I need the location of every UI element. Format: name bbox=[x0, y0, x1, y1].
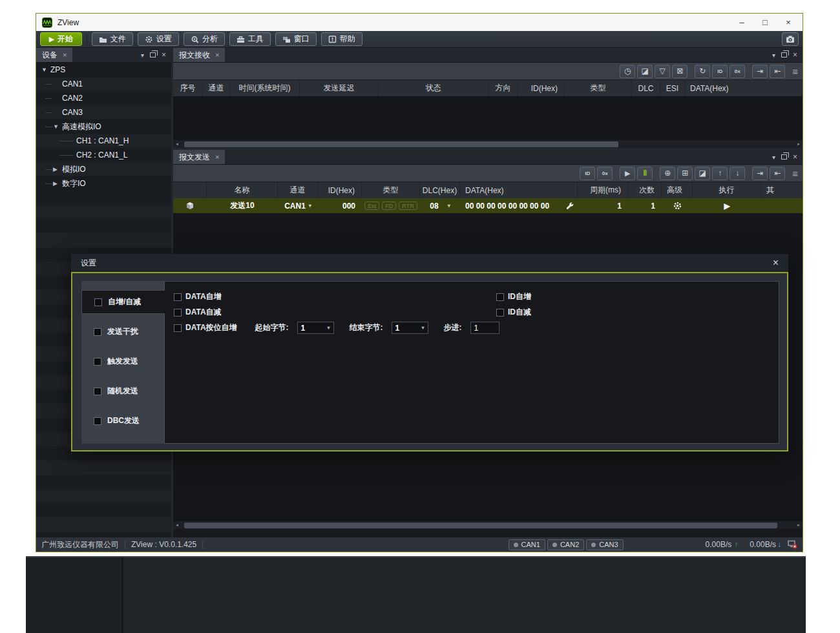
tree-item-ch1[interactable]: CH1 : CAN1_H bbox=[36, 134, 171, 148]
clear-icon[interactable]: ◪ bbox=[695, 167, 710, 180]
data-hex-icon[interactable]: 0x bbox=[730, 65, 745, 78]
advanced-cell[interactable] bbox=[662, 198, 693, 213]
can2-status-button[interactable]: CAN2 bbox=[547, 539, 584, 550]
clear-list-icon[interactable]: ◪ bbox=[637, 65, 653, 78]
col-esi[interactable]: ESI bbox=[660, 80, 685, 96]
checkbox-icon[interactable] bbox=[496, 293, 504, 301]
file-menu-button[interactable]: 文件 bbox=[92, 32, 133, 46]
col-advanced[interactable]: 高级 bbox=[662, 182, 693, 198]
data-hex-icon[interactable]: 0x bbox=[597, 167, 613, 180]
time-format-icon[interactable]: ◷ bbox=[620, 65, 635, 78]
dialog-tab-dbc-send[interactable]: DBC发送 bbox=[81, 409, 164, 433]
col-send-delay[interactable]: 发送延迟 bbox=[300, 80, 379, 96]
wrench-icon[interactable] bbox=[565, 202, 578, 210]
option-data-decrement[interactable]: DATA自减 bbox=[174, 307, 770, 318]
receive-table-body[interactable] bbox=[173, 96, 803, 140]
panel-close-icon[interactable]: × bbox=[162, 50, 166, 59]
col-other[interactable]: 其 bbox=[761, 182, 803, 198]
menu-icon[interactable]: ≡ bbox=[792, 66, 798, 77]
network-disconnected-icon[interactable] bbox=[788, 540, 797, 549]
execute-cell[interactable]: ▶ bbox=[693, 198, 761, 213]
can3-status-button[interactable]: CAN3 bbox=[586, 539, 623, 550]
panel-dropdown-icon[interactable]: ▾ bbox=[772, 154, 775, 161]
dialog-tab-send-interfere[interactable]: 发送干扰 bbox=[81, 320, 164, 344]
frame-id[interactable]: 000 bbox=[318, 198, 362, 213]
checkbox-icon[interactable] bbox=[94, 417, 101, 425]
tools-menu-button[interactable]: 工具 bbox=[229, 32, 271, 46]
checkbox-icon[interactable] bbox=[94, 388, 101, 395]
checkbox-icon[interactable] bbox=[94, 358, 101, 366]
scroll-left-icon[interactable]: ◂ bbox=[173, 141, 181, 147]
tree-item-analog-io[interactable]: ▶ 模拟IO bbox=[36, 162, 171, 176]
export-icon[interactable]: ⇥ bbox=[752, 167, 768, 180]
start-byte-select[interactable]: 1 ▾ bbox=[297, 322, 334, 334]
checkbox-icon[interactable] bbox=[94, 328, 101, 336]
erase-icon[interactable]: ⊠ bbox=[672, 65, 688, 78]
period-value[interactable]: 1 bbox=[578, 198, 628, 213]
settings-menu-button[interactable]: 设置 bbox=[138, 32, 179, 46]
col-direction[interactable]: 方向 bbox=[488, 80, 518, 96]
option-id-increment[interactable]: ID自增 bbox=[496, 291, 531, 302]
checkbox-icon[interactable] bbox=[94, 298, 102, 306]
menu-icon[interactable]: ≡ bbox=[792, 168, 798, 179]
scroll-right-icon[interactable]: ▸ bbox=[795, 523, 803, 528]
tree-item-can3[interactable]: CAN3 bbox=[36, 105, 171, 119]
col-time[interactable]: 时间(系统时间) bbox=[230, 80, 300, 96]
frame-cell[interactable] bbox=[173, 198, 207, 213]
tab-receive[interactable]: 报文接收 × bbox=[173, 48, 225, 62]
scroll-thumb[interactable] bbox=[184, 141, 618, 147]
import-icon[interactable]: ⇤ bbox=[770, 65, 785, 78]
close-button[interactable]: × bbox=[780, 16, 797, 28]
panel-float-icon[interactable] bbox=[781, 52, 787, 57]
import-icon[interactable]: ⇤ bbox=[770, 167, 785, 180]
col-dlc[interactable]: DLC bbox=[632, 80, 660, 96]
screenshot-button[interactable] bbox=[782, 32, 799, 46]
chevron-right-icon[interactable]: ▶ bbox=[53, 180, 62, 187]
checkbox-icon[interactable] bbox=[174, 293, 182, 301]
fd-badge[interactable]: FD bbox=[382, 202, 396, 210]
analysis-menu-button[interactable]: 分析 bbox=[184, 32, 225, 46]
tab-device[interactable]: 设备 × bbox=[36, 48, 72, 62]
panel-float-icon[interactable] bbox=[150, 52, 156, 57]
col-execute[interactable]: 执行 bbox=[693, 182, 761, 198]
col-type[interactable]: 类型 bbox=[565, 80, 632, 96]
tree-item-can1[interactable]: CAN1 bbox=[36, 77, 171, 91]
move-down-icon[interactable]: ↓ bbox=[730, 167, 745, 180]
export-icon[interactable]: ⇥ bbox=[752, 65, 768, 78]
ext-badge[interactable]: Ext bbox=[364, 202, 379, 210]
col-dlc-hex[interactable]: DLC(Hex) bbox=[420, 182, 460, 198]
can1-status-button[interactable]: CAN1 bbox=[509, 539, 545, 550]
filter-icon[interactable]: ▽ bbox=[655, 65, 670, 78]
maximize-button[interactable]: □ bbox=[757, 16, 773, 28]
col-period[interactable]: 周期(ms) bbox=[578, 182, 628, 198]
tree-item-zps[interactable]: ▼ ZPS bbox=[36, 63, 171, 77]
dlc-dropdown[interactable]: 08 ▾ bbox=[420, 198, 460, 213]
checkbox-icon[interactable] bbox=[174, 309, 182, 316]
chevron-right-icon[interactable]: ▶ bbox=[53, 166, 62, 172]
col-id-hex[interactable]: ID(Hex) bbox=[318, 182, 362, 198]
send-hscrollbar[interactable]: ◂ ▸ bbox=[173, 521, 803, 529]
col-status[interactable]: 状态 bbox=[379, 80, 488, 96]
tree-item-can2[interactable]: CAN2 bbox=[36, 91, 171, 105]
col-id-hex[interactable]: ID(Hex) bbox=[518, 80, 565, 96]
end-byte-select[interactable]: 1 ▾ bbox=[392, 322, 428, 334]
option-data-bitwise-increment[interactable]: DATA按位自增 起始字节: 1 ▾ 结束字节: 1 ▾ 步进: bbox=[174, 322, 770, 333]
col-data-hex[interactable]: DATA(Hex) bbox=[685, 80, 803, 96]
panel-float-icon[interactable] bbox=[781, 154, 787, 160]
col-type[interactable]: 类型 bbox=[362, 182, 420, 198]
tab-close-icon[interactable]: × bbox=[63, 51, 67, 59]
col-channel[interactable]: 通道 bbox=[203, 80, 230, 96]
id-hex-icon[interactable]: ID bbox=[712, 65, 728, 78]
tab-close-icon[interactable]: × bbox=[215, 51, 219, 59]
step-input[interactable] bbox=[470, 322, 499, 334]
tree-item-ch2[interactable]: CH2 : CAN1_L bbox=[36, 148, 171, 162]
dialog-tab-random-send[interactable]: 随机发送 bbox=[81, 379, 164, 403]
window-menu-button[interactable]: 窗口 bbox=[275, 32, 317, 46]
count-value[interactable]: 1 bbox=[628, 198, 662, 213]
rtr-badge[interactable]: RTR bbox=[399, 202, 417, 210]
tab-send[interactable]: 报文发送 × bbox=[173, 150, 225, 164]
receive-hscrollbar[interactable]: ◂ ▸ bbox=[173, 140, 803, 148]
minimize-button[interactable]: – bbox=[733, 16, 750, 28]
scroll-thumb[interactable] bbox=[184, 523, 777, 528]
option-id-decrement[interactable]: ID自减 bbox=[496, 307, 531, 318]
